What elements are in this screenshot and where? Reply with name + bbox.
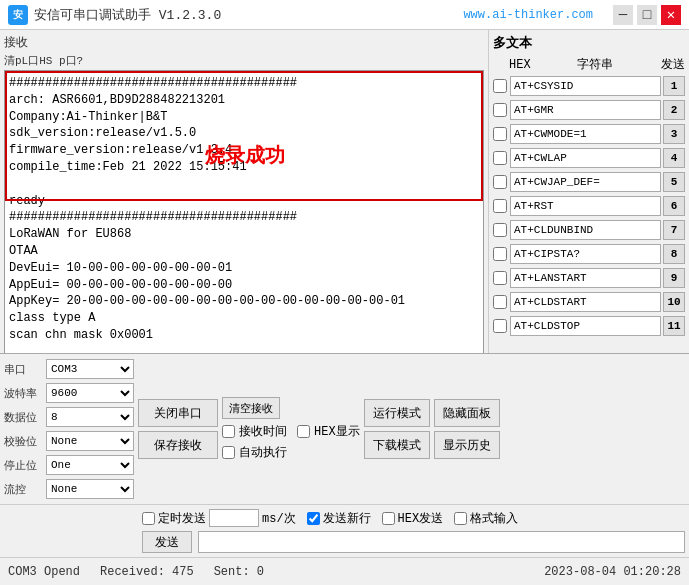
mt-hex-checkbox-0[interactable]	[493, 79, 507, 93]
send-input-row: 发送 AT+RST	[142, 531, 685, 553]
mt-row: 2	[493, 99, 685, 121]
hide-panel-button[interactable]: 隐藏面板	[434, 399, 500, 427]
serial-config: 串口 COM3 波特率 9600 数据位 8 校验位 None	[4, 358, 134, 500]
check-label: 校验位	[4, 434, 46, 449]
mt-hex-checkbox-5[interactable]	[493, 199, 507, 213]
mt-send-btn-4[interactable]: 5	[663, 172, 685, 192]
open-port-button[interactable]: 关闭串口	[138, 399, 218, 427]
mt-row: 9	[493, 267, 685, 289]
port-status: COM3 Opend	[8, 565, 80, 579]
mt-input-9[interactable]	[510, 292, 661, 312]
mt-input-3[interactable]	[510, 148, 661, 168]
format-input-label: 格式输入	[470, 510, 518, 527]
center-buttons: 关闭串口 保存接收	[138, 358, 218, 500]
clear-receive-button[interactable]: 清空接收	[222, 397, 280, 419]
recv-time-checkbox[interactable]	[222, 425, 235, 438]
receive-label: 接收	[4, 34, 484, 51]
port-prompt: 清pL口HS p口?	[4, 53, 484, 68]
dl-mode-button[interactable]: 下载模式	[364, 431, 430, 459]
bottom-area: 串口 COM3 波特率 9600 数据位 8 校验位 None	[0, 353, 689, 557]
check-select[interactable]: None	[46, 431, 134, 451]
title-bar: 安 安信可串口调试助手 V1.2.3.0 www.ai-thinker.com …	[0, 0, 689, 30]
timing-checkbox[interactable]	[142, 512, 155, 525]
send-text-input[interactable]: AT+RST	[198, 531, 685, 553]
recv-time-label: 接收时间	[239, 423, 287, 440]
mt-send-btn-9[interactable]: 10	[663, 292, 685, 312]
mt-row: 8	[493, 243, 685, 265]
multitext-header: 多文本	[493, 34, 685, 52]
mt-hex-checkbox-1[interactable]	[493, 103, 507, 117]
flow-row: 流控 None	[4, 478, 134, 500]
mt-send-btn-1[interactable]: 2	[663, 100, 685, 120]
mt-row: 10	[493, 291, 685, 313]
show-history-button[interactable]: 显示历史	[434, 431, 500, 459]
hex-display-checkbox[interactable]	[297, 425, 310, 438]
mt-send-btn-5[interactable]: 6	[663, 196, 685, 216]
hex-send-checkbox[interactable]	[382, 512, 395, 525]
run-mode-button[interactable]: 运行模式	[364, 399, 430, 427]
multitext-col-header: HEX 字符串 发送	[493, 56, 685, 73]
bottom-row1: 串口 COM3 波特率 9600 数据位 8 校验位 None	[0, 354, 689, 505]
mt-input-0[interactable]	[510, 76, 661, 96]
mt-hex-checkbox-2[interactable]	[493, 127, 507, 141]
col-str-label: 字符串	[529, 56, 661, 73]
mt-hex-checkbox-4[interactable]	[493, 175, 507, 189]
auto-exec-checkbox[interactable]	[222, 446, 235, 459]
mt-input-7[interactable]	[510, 244, 661, 264]
mt-hex-checkbox-9[interactable]	[493, 295, 507, 309]
mt-input-2[interactable]	[510, 124, 661, 144]
port-select[interactable]: COM3	[46, 359, 134, 379]
mt-hex-checkbox-6[interactable]	[493, 223, 507, 237]
burn-success-label: 烧录成功	[205, 141, 285, 169]
hex-send-label: HEX发送	[398, 510, 444, 527]
mt-row: 7	[493, 219, 685, 241]
mt-hex-checkbox-10[interactable]	[493, 319, 507, 333]
baud-label: 波特率	[4, 386, 46, 401]
sent-value: 0	[257, 565, 264, 579]
mt-send-btn-3[interactable]: 4	[663, 148, 685, 168]
newline-label: 发送新行	[323, 510, 371, 527]
mt-send-btn-7[interactable]: 8	[663, 244, 685, 264]
hex-display-label: HEX显示	[314, 423, 360, 440]
port-label: 串口	[4, 362, 46, 377]
minimize-button[interactable]: ─	[613, 5, 633, 25]
mt-hex-checkbox-8[interactable]	[493, 271, 507, 285]
mt-send-btn-10[interactable]: 11	[663, 316, 685, 336]
close-button[interactable]: ✕	[661, 5, 681, 25]
mt-hex-checkbox-3[interactable]	[493, 151, 507, 165]
stop-select[interactable]: One	[46, 455, 134, 475]
spacer-left	[4, 509, 134, 553]
mt-input-1[interactable]	[510, 100, 661, 120]
recv-time-row: 接收时间 HEX显示	[222, 423, 360, 440]
save-receive-button[interactable]: 保存接收	[138, 431, 218, 459]
data-row: 数据位 8	[4, 406, 134, 428]
send-button[interactable]: 发送	[142, 531, 192, 553]
auto-exec-label: 自动执行	[239, 444, 287, 461]
mt-send-btn-8[interactable]: 9	[663, 268, 685, 288]
app-url: www.ai-thinker.com	[463, 8, 593, 22]
mt-input-5[interactable]	[510, 196, 661, 216]
mt-input-4[interactable]	[510, 172, 661, 192]
mt-input-6[interactable]	[510, 220, 661, 240]
maximize-button[interactable]: □	[637, 5, 657, 25]
format-input-checkbox[interactable]	[454, 512, 467, 525]
mt-send-btn-6[interactable]: 7	[663, 220, 685, 240]
data-label: 数据位	[4, 410, 46, 425]
mt-input-8[interactable]	[510, 268, 661, 288]
newline-checkbox[interactable]	[307, 512, 320, 525]
app-title: 安信可串口调试助手 V1.2.3.0	[34, 6, 463, 24]
col-send-label: 发送	[661, 56, 685, 73]
mt-send-btn-0[interactable]: 1	[663, 76, 685, 96]
flow-select[interactable]: None	[46, 479, 134, 499]
status-bar: COM3 Opend Received: 475 Sent: 0 2023-08…	[0, 557, 689, 585]
multitext-title: 多文本	[493, 34, 532, 52]
mt-send-btn-2[interactable]: 3	[663, 124, 685, 144]
mt-input-10[interactable]	[510, 316, 661, 336]
received-label-text: Received:	[100, 565, 165, 579]
baud-select[interactable]: 9600	[46, 383, 134, 403]
data-select[interactable]: 8	[46, 407, 134, 427]
mt-hex-checkbox-7[interactable]	[493, 247, 507, 261]
timing-value-input[interactable]: 800	[209, 509, 259, 527]
clear-receive-row: 清空接收	[222, 397, 360, 419]
timing-label: 定时发送	[158, 510, 206, 527]
